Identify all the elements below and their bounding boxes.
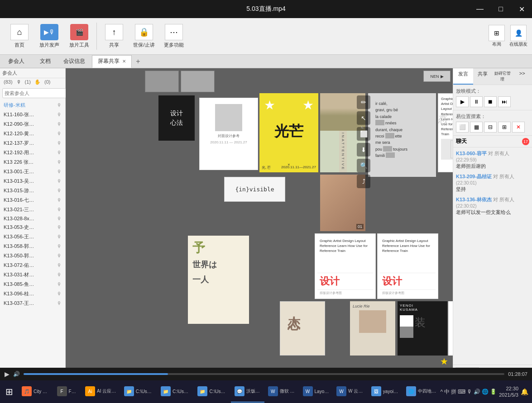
participant-item[interactable]: K13-058-郭…🎙 [0, 242, 65, 251]
participant-item[interactable]: K12-090-张…🎙 [0, 119, 65, 129]
preview-row [145, 71, 215, 92]
taskbar-item[interactable]: 🌐 中四地服设计-… [403, 381, 440, 403]
participant-item[interactable]: K13-001-王…🎙 [0, 167, 65, 176]
tray-battery[interactable]: 🔋 [490, 389, 497, 395]
participant-item[interactable]: K11-160-张…🎙 [0, 110, 65, 119]
tray-expand[interactable]: ^ [441, 389, 443, 395]
right-panel: 发言 共享 妨碍它管理 >> 放映模式： ▶ ⏸ ⏹ ⏭ 易位置摆素： ⬜ ▦ … [453, 68, 532, 394]
add-tab-button[interactable]: + [133, 56, 144, 67]
toolbar-player[interactable]: 🎬 放片工具 [68, 24, 91, 48]
play-mode-btn3[interactable]: ⏹ [484, 96, 497, 107]
participant-mic-icon: 🎙 [57, 122, 62, 127]
taskbar-item[interactable]: 💬 沃饭演示会议 [231, 381, 264, 403]
player-icon: 🎬 [70, 24, 88, 40]
taskbar-item[interactable]: W Layout 01 –... [299, 381, 333, 403]
participant-item[interactable]: K13-021-三…🎙 [0, 205, 65, 214]
progress-bar[interactable] [24, 373, 504, 375]
participant-item[interactable]: K12-137-罗…🎙 [0, 138, 65, 148]
participant-item[interactable]: K12-192-用…🎙 [0, 148, 65, 157]
taskbar-item[interactable]: 📁 C:\Users\Adm... [194, 381, 230, 403]
chat-message: K13-209-晶桔证 对 所有人 (22:30:01) 坚持 [456, 173, 529, 193]
tray-mic[interactable]: 🎙 [467, 389, 472, 395]
tab-conference-info[interactable]: 会议信息 [58, 55, 91, 68]
participant-item[interactable]: K13-085-鱼…🎙 [0, 280, 65, 289]
toolbar-layout[interactable]: ⊞ 布局 [489, 25, 505, 47]
play-mode-btn4[interactable]: ⏭ [498, 96, 511, 107]
search-input[interactable] [2, 88, 69, 98]
chat-message: K13-136-林依杰 对 所有人 (22:30:02) 老师可以发一些文案给么 [456, 196, 529, 216]
close-tab-icon[interactable]: ✕ [122, 59, 126, 64]
taskbar-item-icon: 🌐 [406, 386, 416, 396]
notification-star-icon[interactable]: ★ [440, 356, 448, 366]
participant-item[interactable]: 研修-米糕🎙 [0, 100, 65, 110]
taskbar-item[interactable]: F FontBase [53, 381, 82, 403]
taskbar-item[interactable]: 🎵 City Of Stars... [18, 381, 53, 403]
pointer-icon[interactable]: ↖ [357, 111, 370, 125]
taskbar-item[interactable]: 📁 C:\Users\Adm... [120, 381, 157, 403]
tab-participants[interactable]: 参会人 [2, 55, 33, 68]
share-icon-side[interactable]: ⤴ [357, 175, 370, 188]
maximize-button[interactable]: □ [490, 0, 511, 18]
eraser-icon[interactable]: ⬜ [357, 127, 370, 141]
participant-item[interactable]: K13-056-王…🎙 [0, 232, 65, 242]
taskbar-item[interactable]: Ai AI 云应文件111... [81, 381, 120, 403]
notification-icon[interactable]: 🔔 [521, 388, 528, 395]
participant-item[interactable]: K13-072-佑…🎙 [0, 261, 65, 270]
participant-item[interactable]: K13-096-桂…🎙 [0, 289, 65, 299]
participant-item[interactable]: K13 226 张…🎙 [0, 157, 65, 167]
start-button[interactable]: ⊞ [0, 380, 18, 403]
pos-btn2[interactable]: ▦ [470, 122, 483, 133]
playback-bar: ▶ 🔊 01:28:07 [0, 368, 532, 380]
participant-mic-icon: 🎙 [57, 291, 62, 296]
toolbar-manage[interactable]: 🔒 世保/止讲 [133, 24, 155, 48]
toolbar-live[interactable]: 👤 在线朋友 [509, 25, 527, 47]
participant-item[interactable]: K13-016-七…🎙 [0, 195, 65, 205]
tray-pinyin[interactable]: 拼 [451, 388, 456, 396]
toolbar-more[interactable]: ⋯ 更多功能 [163, 24, 185, 48]
taskbar-item[interactable]: W W 云应文字-... [333, 381, 368, 403]
toolbar-playback[interactable]: ▶🎙 放片发声 [38, 24, 61, 48]
card-kusama: YENOIKUSAMA 装 [398, 301, 447, 356]
participant-item[interactable]: K13-013-吴…🎙 [0, 176, 65, 186]
vertical-jp-text: 恋 [435, 104, 453, 195]
participant-mic-icon: 🎙 [57, 188, 62, 193]
tray-speaker[interactable]: 🔊 [474, 389, 480, 395]
pencil-icon[interactable]: ✏ [357, 95, 370, 109]
rp-tab-manage[interactable]: 妨碍它管理 [493, 68, 513, 85]
zoom-icon[interactable]: 🔍 [357, 159, 370, 172]
taskbar-item[interactable]: 📁 C:\Users\Adm... [157, 381, 194, 403]
toolbar-home[interactable]: ⌂ 首页 [8, 24, 31, 48]
rp-tab-share[interactable]: 共享 [473, 68, 493, 85]
pos-btn3[interactable]: ⊟ [484, 122, 497, 133]
tray-keyboard[interactable]: ⌨ [458, 389, 465, 395]
play-mode-btn1[interactable]: ▶ [456, 96, 469, 107]
toolbar-share[interactable]: ↑ 共享 [103, 24, 125, 48]
content-area: 参会人 (83) 🎙 (1) ✋ (0) 🔍 ☰ 研修-米糕🎙K11-160-张… [0, 68, 532, 394]
minimize-button[interactable]: — [470, 0, 490, 18]
rp-tab-speak[interactable]: 发言 [453, 68, 473, 85]
participant-item[interactable]: K12-120-黄…🎙 [0, 129, 65, 138]
pos-btn-del[interactable]: ✕ [512, 122, 525, 133]
close-button[interactable]: ✕ [511, 0, 532, 18]
taskbar-item[interactable]: 🖼 yayoijpg (1m... [368, 381, 403, 403]
tab-screen-share[interactable]: 屏幕共享 ✕ [92, 55, 132, 68]
play-mode-btn2[interactable]: ⏸ [470, 96, 483, 107]
tray-cn-ime[interactable]: 中 [444, 388, 450, 396]
participant-item[interactable]: K13-015-游…🎙 [0, 186, 65, 195]
tab-document[interactable]: 文档 [34, 55, 57, 68]
taskbar-item[interactable]: W 微软 – Micro... [264, 381, 299, 403]
tray-network[interactable]: 🌐 [482, 389, 489, 395]
rp-tab-more[interactable]: >> [513, 68, 532, 85]
pos-btn4[interactable]: ⊞ [498, 122, 511, 133]
participant-mic-icon: 🎙 [57, 244, 62, 249]
participant-item[interactable]: K13-053-史…🎙 [0, 223, 65, 232]
participant-item[interactable]: K13-028-8x…🎙 [0, 214, 65, 223]
participant-mic-icon: 🎙 [57, 282, 62, 287]
participant-item[interactable]: K13-031-材…🎙 [0, 270, 65, 280]
download-icon[interactable]: ⬇ [357, 143, 370, 156]
participant-item[interactable]: K13-037-王…🎙 [0, 299, 65, 308]
volume-icon[interactable]: 🔊 [13, 371, 20, 377]
participant-item[interactable]: K13-050-郭…🎙 [0, 251, 65, 261]
play-pause-icon[interactable]: ▶ [5, 370, 10, 378]
pos-btn1[interactable]: ⬜ [456, 122, 469, 133]
